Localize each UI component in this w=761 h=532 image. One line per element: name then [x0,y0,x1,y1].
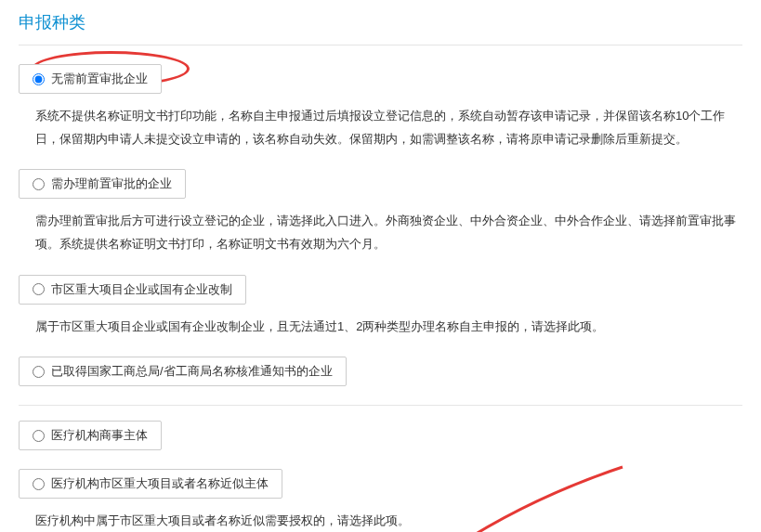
option-section-1: 无需前置审批企业 系统不提供名称证明文书打印功能，名称自主申报通过后填报设立登记… [19,64,742,150]
radio-option-medical[interactable]: 医疗机构商事主体 [19,421,162,450]
radio-input-5[interactable] [33,430,45,442]
divider [19,405,742,406]
option-section-2: 需办理前置审批的企业 需办理前置审批后方可进行设立登记的企业，请选择此入口进入。… [19,169,742,255]
radio-label-2: 需办理前置审批的企业 [51,175,172,192]
radio-option-name-approved[interactable]: 已取得国家工商总局/省工商局名称核准通知书的企业 [19,357,347,386]
option-section-5: 医疗机构商事主体 [19,421,742,450]
radio-input-4[interactable] [33,366,45,378]
option-section-3: 市区重大项目企业或国有企业改制 属于市区重大项目企业或国有企业改制企业，且无法通… [19,275,742,339]
radio-option-major-project[interactable]: 市区重大项目企业或国有企业改制 [19,275,246,305]
radio-label-3: 市区重大项目企业或国有企业改制 [51,281,232,298]
radio-input-3[interactable] [33,283,45,295]
description-2: 需办理前置审批后方可进行设立登记的企业，请选择此入口进入。外商独资企业、中外合资… [19,210,742,255]
radio-input-1[interactable] [33,73,45,85]
radio-input-2[interactable] [33,178,45,190]
radio-label-4: 已取得国家工商总局/省工商局名称核准通知书的企业 [51,363,333,380]
option-section-6: 医疗机构市区重大项目或者名称近似主体 医疗机构中属于市区重大项目或者名称近似需要… [19,469,742,532]
radio-option-need-preapproval[interactable]: 需办理前置审批的企业 [19,169,186,199]
radio-option-medical-major[interactable]: 医疗机构市区重大项目或者名称近似主体 [19,469,282,499]
radio-label-5: 医疗机构商事主体 [51,427,148,444]
radio-option-no-preapproval[interactable]: 无需前置审批企业 [19,64,162,94]
page-title: 申报种类 [19,0,742,45]
description-1: 系统不提供名称证明文书打印功能，名称自主申报通过后填报设立登记信息的，系统自动暂… [19,105,742,150]
radio-label-6: 医疗机构市区重大项目或者名称近似主体 [51,475,269,492]
description-3: 属于市区重大项目企业或国有企业改制企业，且无法通过1、2两种类型办理名称自主申报… [19,316,742,339]
radio-label-1: 无需前置审批企业 [51,71,148,87]
description-6: 医疗机构中属于市区重大项目或者名称近似需要授权的，请选择此项。 [19,510,742,532]
option-section-4: 已取得国家工商总局/省工商局名称核准通知书的企业 [19,357,742,386]
radio-input-6[interactable] [33,478,45,490]
